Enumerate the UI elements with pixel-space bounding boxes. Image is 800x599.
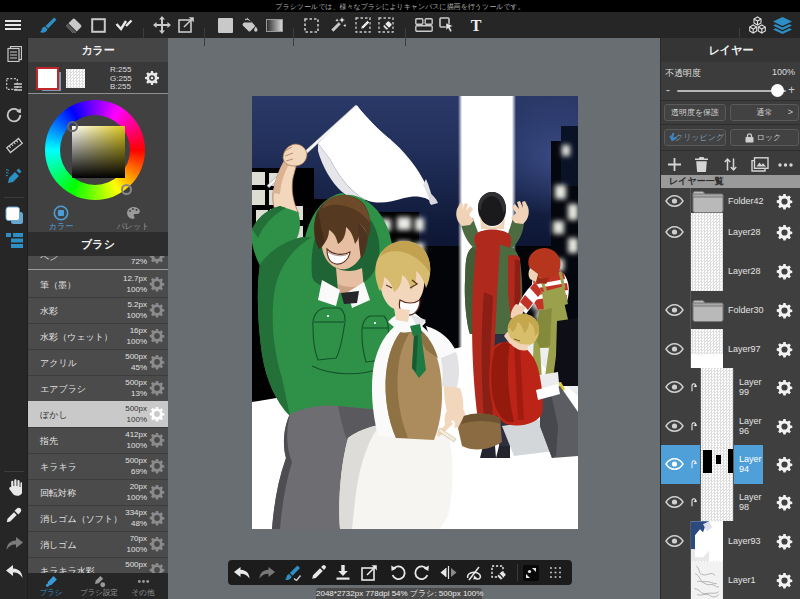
svg-text:T: T [471, 18, 482, 33]
